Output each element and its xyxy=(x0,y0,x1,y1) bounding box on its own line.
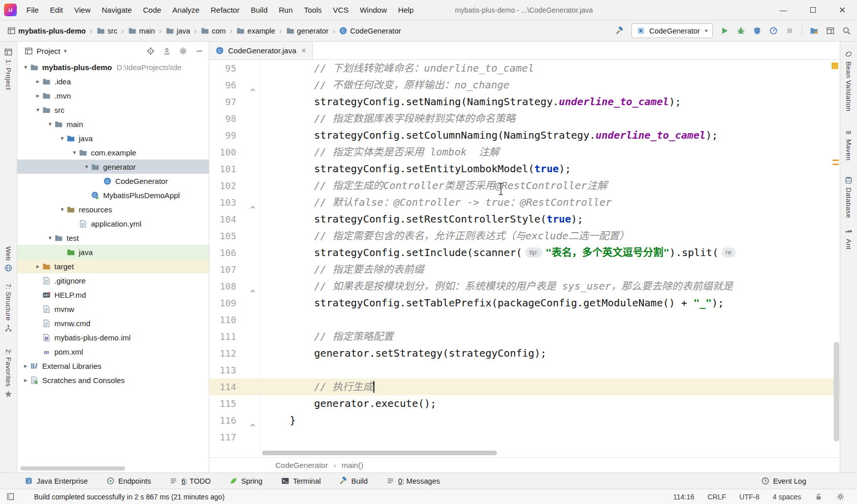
menu-file[interactable]: File xyxy=(21,0,44,20)
tree-item-main[interactable]: ▾main xyxy=(17,117,209,131)
tree-item-external-libraries[interactable]: ▸External Libraries xyxy=(17,359,209,373)
code-line[interactable]: // 指定数据库表字段映射到实体的命名策略 xyxy=(260,110,840,127)
code-line[interactable]: generator.execute(); xyxy=(260,395,840,412)
chevron-down-icon[interactable]: ▾ xyxy=(34,106,42,113)
gear-icon[interactable] xyxy=(836,492,845,501)
tree-item-gitignore[interactable]: .gitignore xyxy=(17,273,209,288)
tree-item-pom-xml[interactable]: mpom.xml xyxy=(17,344,209,359)
code-line[interactable]: // 指定需要包含的表名，允许正则表达式（与exclude二选一配置） xyxy=(260,228,840,244)
chevron-down-icon[interactable]: ▾ xyxy=(46,234,54,241)
menu-tools[interactable]: Tools xyxy=(298,0,327,20)
project-panel-title[interactable]: Project xyxy=(37,47,60,55)
locate-icon[interactable] xyxy=(146,47,155,55)
tree-item-mvnw[interactable]: mvnw xyxy=(17,302,209,316)
code-area[interactable]: // 下划线转驼峰命名：underline_to_camel // 不做任何改变… xyxy=(260,60,840,457)
project-horizontal-scrollbar[interactable] xyxy=(20,466,125,470)
tree-item-mybatis-plus-demo[interactable]: ▾mybatis-plus-demoD:\IdeaProjects\Ide xyxy=(17,60,209,74)
breadcrumb-main[interactable]: main xyxy=(128,26,155,35)
tree-item-help-md[interactable]: MDHELP.md xyxy=(17,288,209,302)
code-line[interactable]: // 如果表是按模块划分，例如：系统模块的用户表是 sys_user，那么要去除… xyxy=(260,278,840,295)
tool-window-button-spring[interactable]: Spring xyxy=(229,477,263,485)
tree-item-java[interactable]: ▾java xyxy=(17,131,209,145)
tree-item-application-yml[interactable]: application.yml xyxy=(17,216,209,231)
build-hammer-icon[interactable] xyxy=(615,26,624,35)
code-line[interactable]: // 执行生成 xyxy=(260,379,840,395)
tree-item-mvn[interactable]: ▸.mvn xyxy=(17,88,209,103)
tool-button-ant[interactable]: Ant xyxy=(844,227,853,249)
tool-window-button-java-enterprise[interactable]: JJava Enterprise xyxy=(24,477,88,485)
tool-window-button-6-todo[interactable]: 6: TODO xyxy=(169,477,211,485)
tool-window-button-event-log[interactable]: Event Log xyxy=(761,477,806,485)
breadcrumb-generator[interactable]: generator xyxy=(286,26,329,35)
editor[interactable]: 9596979899100101102103104105106107108109… xyxy=(209,60,840,457)
horizontal-scrollbar[interactable] xyxy=(262,451,497,455)
menu-view[interactable]: View xyxy=(69,0,96,20)
fold-marker-icon[interactable] xyxy=(249,199,256,206)
code-line[interactable] xyxy=(260,362,840,379)
debug-icon[interactable] xyxy=(737,26,745,35)
chevron-down-icon[interactable]: ▾ xyxy=(58,135,67,142)
caret-position[interactable]: 114:16 xyxy=(673,493,694,501)
chevron-right-icon[interactable]: ▸ xyxy=(34,263,42,270)
code-line[interactable]: strategyConfig.setEntityLombokModel(true… xyxy=(260,161,840,177)
tool-button-7-structure[interactable]: 7: Structure xyxy=(4,284,13,332)
tree-item-src[interactable]: ▾src xyxy=(17,103,209,117)
menu-edit[interactable]: Edit xyxy=(44,0,69,20)
breadcrumb-src[interactable]: src xyxy=(97,26,117,35)
code-line[interactable]: strategyConfig.setTablePrefix(packageCon… xyxy=(260,295,840,311)
encoding[interactable]: UTF-8 xyxy=(739,493,759,501)
tool-button-web[interactable]: Web xyxy=(4,246,13,272)
stop-icon[interactable] xyxy=(785,26,794,35)
tree-item-target[interactable]: ▸target xyxy=(17,259,209,273)
tool-button-1-project[interactable]: 1: Project xyxy=(4,48,13,90)
tree-item-test[interactable]: ▾test xyxy=(17,231,209,245)
maximize-icon[interactable] xyxy=(798,0,828,20)
tree-item-idea[interactable]: ▸.idea xyxy=(17,74,209,88)
chevron-right-icon[interactable]: ▸ xyxy=(21,362,30,369)
chevron-right-icon[interactable]: ▸ xyxy=(34,78,42,85)
code-line[interactable]: // 指定实体类是否采用 lombok 注解 xyxy=(260,144,840,161)
hide-icon[interactable] xyxy=(195,47,204,55)
menu-vcs[interactable]: VCS xyxy=(327,0,354,20)
fold-marker-icon[interactable] xyxy=(249,82,256,88)
breadcrumb-com[interactable]: com xyxy=(201,26,226,35)
code-line[interactable]: // 指定策略配置 xyxy=(260,328,840,345)
chevron-down-icon[interactable]: ▾ xyxy=(21,64,30,71)
coverage-icon[interactable] xyxy=(753,26,761,35)
tool-window-button-build[interactable]: Build xyxy=(339,477,367,485)
menu-build[interactable]: Build xyxy=(245,0,273,20)
chevron-right-icon[interactable]: ▸ xyxy=(34,92,42,99)
run-configuration-select[interactable]: CodeGenerator▾ xyxy=(631,23,713,38)
tab-codegenerator-java[interactable]: C CodeGenerator.java × xyxy=(209,42,313,59)
tree-item-mybatisplusdemoappl[interactable]: CMybatisPlusDemoAppl xyxy=(17,188,209,202)
gear-icon[interactable] xyxy=(179,47,187,55)
chevron-down-icon[interactable]: ▾ xyxy=(82,163,91,170)
menu-navigate[interactable]: Navigate xyxy=(96,0,137,20)
code-line[interactable]: // 默认false：@Controller -> true：@RestCont… xyxy=(260,194,840,211)
chevron-down-icon[interactable]: ▾ xyxy=(58,206,67,213)
indent-setting[interactable]: 4 spaces xyxy=(773,493,801,501)
close-icon[interactable]: × xyxy=(828,0,857,20)
close-tab-icon[interactable]: × xyxy=(301,46,306,55)
tree-item-java[interactable]: java xyxy=(17,245,209,259)
code-line[interactable]: // 不做任何改变，原样输出：no_change xyxy=(260,77,840,93)
code-line[interactable]: strategyConfig.setColumnNaming(NamingStr… xyxy=(260,127,840,144)
breadcrumb-codegenerator[interactable]: CCodeGenerator xyxy=(339,26,401,35)
lock-icon[interactable] xyxy=(814,492,823,501)
chevron-right-icon[interactable]: ▸ xyxy=(21,376,30,384)
fold-marker-icon[interactable] xyxy=(249,417,256,424)
code-line[interactable]: // 下划线转驼峰命名：underline_to_camel xyxy=(260,60,840,77)
code-line[interactable]: // 指定要去除的表前缀 xyxy=(260,261,840,278)
tool-window-switcher-icon[interactable] xyxy=(6,492,15,501)
tool-window-button-terminal[interactable]: Terminal xyxy=(281,477,321,485)
tree-item-mvnw-cmd[interactable]: mvnw.cmd xyxy=(17,316,209,330)
code-line[interactable]: strategyConfig.setNaming(NamingStrategy.… xyxy=(260,93,840,110)
tool-window-button-0-messages[interactable]: 0: Messages xyxy=(386,477,440,485)
menu-analyze[interactable]: Analyze xyxy=(167,0,205,20)
tool-button-database[interactable]: Database xyxy=(844,176,853,218)
breadcrumb-mybatis-plus-demo[interactable]: mybatis-plus-demo xyxy=(7,26,86,35)
tree-item-resources[interactable]: ▾resources xyxy=(17,202,209,216)
code-line[interactable]: // 指定生成的Controller类是否采用@RestController注解 xyxy=(260,177,840,194)
code-line[interactable]: } xyxy=(260,412,840,429)
minimize-icon[interactable]: — xyxy=(769,0,798,20)
